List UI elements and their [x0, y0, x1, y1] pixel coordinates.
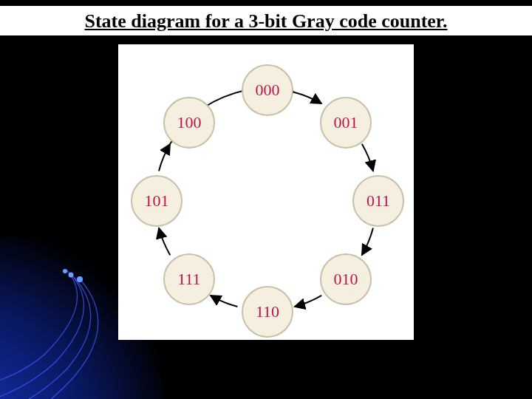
transition-arrow: [159, 144, 170, 171]
state-node-000: 000: [242, 64, 293, 116]
transition-arrow: [362, 144, 373, 171]
state-node-011: 011: [352, 175, 404, 227]
transition-arrow: [211, 296, 238, 307]
state-label: 100: [177, 113, 201, 132]
state-label: 101: [145, 191, 169, 211]
state-label: 010: [334, 270, 358, 289]
state-label: 011: [366, 191, 390, 211]
state-label: 001: [334, 113, 358, 132]
page-title: State diagram for a 3-bit Gray code coun…: [0, 6, 532, 35]
state-label: 111: [177, 270, 200, 289]
state-node-101: 101: [131, 175, 183, 227]
transition-arrow: [295, 296, 322, 307]
state-diagram: 000001011010110111101100: [118, 44, 414, 340]
svg-point-2: [69, 273, 74, 278]
transition-arrow: [159, 228, 170, 256]
transition-arrow: [362, 228, 373, 256]
state-node-001: 001: [320, 97, 372, 149]
state-node-111: 111: [163, 253, 215, 305]
state-node-110: 110: [242, 286, 293, 338]
state-node-100: 100: [163, 97, 215, 149]
svg-point-1: [77, 276, 83, 282]
transition-arrow: [295, 92, 322, 103]
state-node-010: 010: [320, 253, 372, 305]
state-label: 000: [256, 81, 280, 100]
svg-point-3: [63, 269, 67, 273]
state-label: 110: [256, 302, 279, 321]
